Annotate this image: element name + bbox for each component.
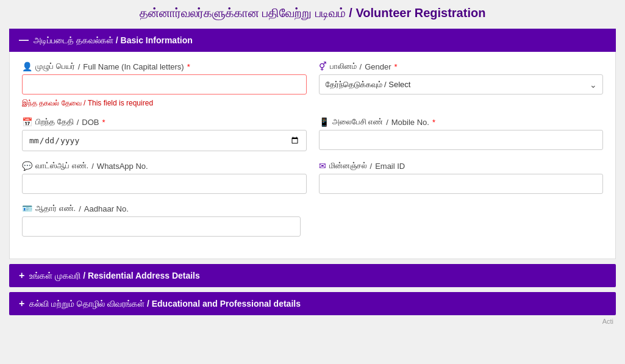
email-label: ✉ மின்னஞ்சல் / Email ID xyxy=(319,161,604,171)
education-section: + கல்வி மற்றும் தொழில் விவரங்கள் / Educa… xyxy=(9,292,616,315)
full-name-label: 👤 முழுப் பெயர் / Full Name (In Capital l… xyxy=(22,62,307,71)
full-name-error: இந்த தகவல் தேவை / This field is required xyxy=(22,99,307,107)
gender-select[interactable]: தேர்ந்தெடுக்கவும் / Select Male / ஆண் Fe… xyxy=(319,74,604,95)
gender-group: ⚥ பாலினம் / Gender * தேர்ந்தெடுக்கவும் /… xyxy=(319,62,604,107)
page-title: தன்னார்வலர்களுக்கான பதிவேற்று படிவம் / V… xyxy=(9,6,616,20)
basic-info-content: 👤 முழுப் பெயர் / Full Name (In Capital l… xyxy=(9,52,616,259)
email-input[interactable] xyxy=(319,174,604,194)
full-name-group: 👤 முழுப் பெயர் / Full Name (In Capital l… xyxy=(22,62,307,107)
basic-info-header-label: அடிப்படைத் தகவல்கள் / Basic Information xyxy=(34,35,193,46)
address-header-label: உங்கள் முகவரி / Residential Address Deta… xyxy=(29,271,199,281)
address-toggle: + xyxy=(19,270,24,281)
education-header-label: கல்வி மற்றும் தொழில் விவரங்கள் / Educati… xyxy=(29,299,301,309)
row-dob-mobile: 📅 பிறந்த தேதி / DOB * 📱 அலைபேசி எண் / Mo… xyxy=(22,117,603,151)
education-toggle: + xyxy=(19,298,24,309)
address-section: + உங்கள் முகவரி / Residential Address De… xyxy=(9,264,616,287)
basic-info-section: — அடிப்படைத் தகவல்கள் / Basic Informatio… xyxy=(9,29,616,259)
mobile-group: 📱 அலைபேசி எண் / Mobile No. * xyxy=(319,117,604,151)
basic-info-header[interactable]: — அடிப்படைத் தகவல்கள் / Basic Informatio… xyxy=(9,29,616,52)
row-aadhaar: 🪪 ஆதார் எண். / Aadhaar No. xyxy=(22,204,603,237)
whatsapp-icon: 💬 xyxy=(22,161,32,171)
row-name-gender: 👤 முழுப் பெயர் / Full Name (In Capital l… xyxy=(22,62,603,107)
aadhaar-input[interactable] xyxy=(22,216,301,237)
full-name-input[interactable] xyxy=(22,74,307,95)
whatsapp-label: 💬 வாட்ஸ்ஆப் எண். / WhatsApp No. xyxy=(22,161,307,171)
dob-input[interactable] xyxy=(22,130,307,151)
footer-hint: Acti xyxy=(9,318,616,325)
aadhaar-icon: 🪪 xyxy=(22,204,32,213)
mobile-icon: 📱 xyxy=(319,117,329,127)
education-header[interactable]: + கல்வி மற்றும் தொழில் விவரங்கள் / Educa… xyxy=(9,292,616,315)
email-group: ✉ மின்னஞ்சல் / Email ID xyxy=(319,161,604,194)
person-icon: 👤 xyxy=(22,62,32,71)
whatsapp-group: 💬 வாட்ஸ்ஆப் எண். / WhatsApp No. xyxy=(22,161,307,194)
address-header[interactable]: + உங்கள் முகவரி / Residential Address De… xyxy=(9,264,616,287)
email-icon: ✉ xyxy=(319,161,326,171)
mobile-label: 📱 அலைபேசி எண் / Mobile No. * xyxy=(319,117,604,127)
row-whatsapp-email: 💬 வாட்ஸ்ஆப் எண். / WhatsApp No. ✉ மின்னஞ… xyxy=(22,161,603,194)
calendar-icon: 📅 xyxy=(22,117,32,127)
gender-icon: ⚥ xyxy=(319,62,327,71)
gender-label: ⚥ பாலினம் / Gender * xyxy=(319,62,604,71)
dob-label: 📅 பிறந்த தேதி / DOB * xyxy=(22,117,307,127)
mobile-input[interactable] xyxy=(319,130,604,150)
whatsapp-input[interactable] xyxy=(22,174,307,194)
basic-info-toggle: — xyxy=(19,35,29,46)
dob-group: 📅 பிறந்த தேதி / DOB * xyxy=(22,117,307,151)
gender-select-wrapper: தேர்ந்தெடுக்கவும் / Select Male / ஆண் Fe… xyxy=(319,74,604,95)
aadhaar-label: 🪪 ஆதார் எண். / Aadhaar No. xyxy=(22,204,301,213)
aadhaar-group: 🪪 ஆதார் எண். / Aadhaar No. xyxy=(22,204,301,237)
aadhaar-spacer xyxy=(313,204,603,237)
